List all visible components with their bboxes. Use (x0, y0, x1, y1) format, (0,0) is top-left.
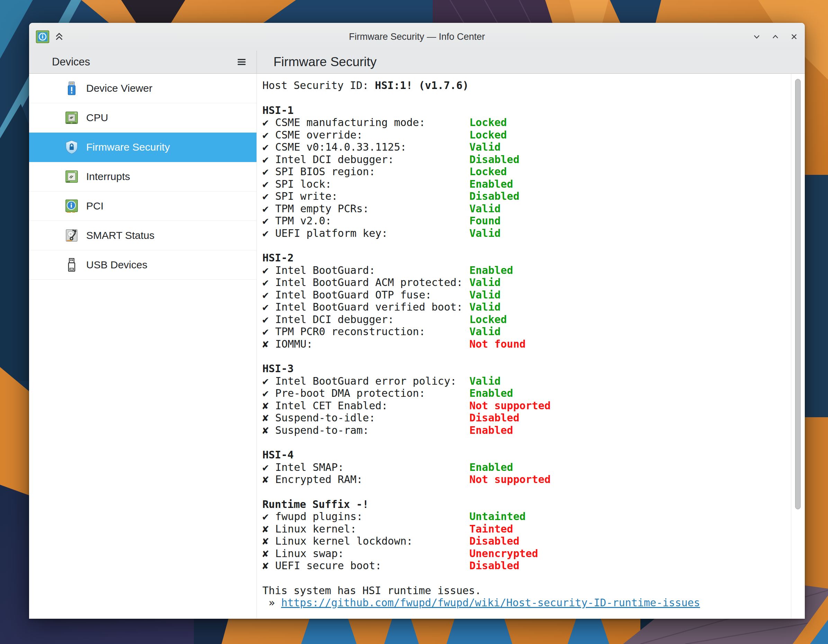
check-mark-icon: ✔ (262, 301, 275, 313)
sidebar-item-label: Firmware Security (86, 141, 170, 153)
attribute-value: Valid (469, 276, 791, 289)
attribute-value: Valid (469, 301, 791, 313)
back-button[interactable] (37, 57, 47, 67)
sidebar-header: Devices (29, 50, 257, 74)
attribute-value: Disabled (469, 559, 791, 572)
info-center-window: Firmware Security — Info Center Devices … (29, 23, 805, 619)
attribute-label: Intel BootGuard: (275, 264, 375, 276)
attribute-label: Intel BootGuard verified boot: (275, 301, 463, 313)
hsi-attribute-row: ✘IOMMU:Not found (262, 338, 791, 350)
hsi-attribute-row: ✔Intel DCI debugger:Locked (262, 313, 791, 326)
sidebar-item-cpu[interactable]: CPU (29, 103, 257, 133)
hsi-attribute-row: ✘UEFI secure boot:Disabled (262, 559, 791, 572)
window-title: Firmware Security — Info Center (29, 31, 805, 42)
minimize-button[interactable] (751, 31, 762, 42)
sidebar-item-label: USB Devices (86, 259, 147, 271)
sidebar-item-device-viewer[interactable]: Device Viewer (29, 74, 257, 103)
section-hsi-2: HSI-2✔Intel BootGuard:Enabled✔Intel Boot… (262, 252, 791, 350)
attribute-label: SPI write: (275, 190, 338, 202)
scrollbar-track[interactable] (791, 74, 805, 618)
page-title: Firmware Security (273, 55, 376, 69)
attribute-label: CSME override: (275, 129, 363, 141)
check-mark-icon: ✔ (262, 313, 275, 326)
attribute-label: Intel BootGuard ACM protected: (275, 276, 463, 288)
titlebar[interactable]: Firmware Security — Info Center (29, 23, 805, 50)
section-title: HSI-3 (262, 363, 791, 375)
cross-mark-icon: ✘ (262, 473, 275, 486)
attribute-label: Linux kernel lockdown: (275, 535, 412, 547)
cross-mark-icon: ✘ (262, 547, 275, 560)
sidebar-item-smart-status[interactable]: SMART Status (29, 221, 257, 250)
attribute-value: Unencrypted (469, 547, 791, 560)
check-mark-icon: ✔ (262, 215, 275, 227)
attribute-label: Intel BootGuard error policy: (275, 375, 456, 387)
attribute-value: Disabled (469, 190, 791, 203)
sidebar-item-firmware-security[interactable]: Firmware Security (29, 133, 257, 162)
check-mark-icon: ✔ (262, 510, 275, 523)
attribute-value: Enabled (469, 461, 791, 474)
attribute-value: Valid (469, 203, 791, 215)
sidebar-item-label: CPU (86, 112, 108, 124)
hsi-attribute-row: ✘Suspend-to-ram:Enabled (262, 424, 791, 437)
attribute-label: SPI BIOS region: (275, 165, 375, 177)
attribute-value: Enabled (469, 424, 791, 437)
pci-icon (63, 198, 80, 214)
attribute-label: UEFI secure boot: (275, 559, 381, 572)
hsi-attribute-row: ✔TPM v2.0:Found (262, 215, 791, 227)
attribute-value: Locked (469, 313, 791, 326)
check-mark-icon: ✔ (262, 461, 275, 474)
hsi-attribute-row: ✔Intel SMAP:Enabled (262, 461, 791, 474)
hsi-attribute-row: ✔UEFI platform key:Valid (262, 227, 791, 240)
attribute-label: CSME manufacturing mode: (275, 116, 425, 129)
attribute-value: Enabled (469, 264, 791, 276)
section-title: HSI-4 (262, 449, 791, 461)
attribute-value: Tainted (469, 523, 791, 535)
attribute-value: Valid (469, 141, 791, 153)
hsi-attribute-row: ✘Linux kernel:Tainted (262, 523, 791, 535)
attribute-value: Valid (469, 325, 791, 338)
attribute-value: Valid (469, 289, 791, 301)
attribute-value: Locked (469, 129, 791, 141)
attribute-label: IOMMU: (275, 338, 312, 350)
hsi-attribute-row: ✔TPM PCR0 reconstruction:Valid (262, 325, 791, 338)
sidebar-item-usb-devices[interactable]: USB Devices (29, 250, 257, 280)
sidebar-item-label: Device Viewer (86, 82, 152, 94)
attribute-label: Intel CET Enabled: (275, 399, 388, 412)
hsi-attribute-row: ✔Intel BootGuard verified boot:Valid (262, 301, 791, 313)
attribute-value: Found (469, 215, 791, 227)
cross-mark-icon: ✘ (262, 559, 275, 572)
attribute-label: Intel BootGuard OTP fuse: (275, 289, 432, 301)
cross-mark-icon: ✘ (262, 412, 275, 424)
sidebar-item-pci[interactable]: PCI (29, 192, 257, 221)
check-mark-icon: ✔ (262, 116, 275, 129)
check-mark-icon: ✔ (262, 227, 275, 240)
check-mark-icon: ✔ (262, 203, 275, 215)
link-bullet: » (269, 597, 275, 609)
attribute-label: TPM empty PCRs: (275, 203, 369, 215)
hsi-attribute-row: ✔CSME override:Locked (262, 129, 791, 141)
attribute-label: Suspend-to-idle: (275, 412, 375, 424)
check-mark-icon: ✔ (262, 190, 275, 203)
attribute-label: TPM PCR0 reconstruction: (275, 325, 425, 338)
maximize-button[interactable] (770, 31, 781, 42)
close-button[interactable] (789, 31, 799, 42)
attribute-label: Intel DCI debugger: (275, 153, 394, 165)
cpu-icon (63, 109, 80, 126)
firmware-security-icon (63, 139, 80, 156)
sidebar-header-title: Devices (52, 56, 90, 68)
hsi-attribute-row: ✘Intel CET Enabled:Not supported (262, 399, 791, 412)
hamburger-menu-button[interactable] (234, 57, 249, 67)
sidebar-item-label: PCI (86, 200, 104, 212)
cross-mark-icon: ✘ (262, 535, 275, 547)
device-viewer-icon (63, 80, 80, 97)
attribute-label: Intel DCI debugger: (275, 313, 394, 325)
hsi-attribute-row: ✔Intel DCI debugger:Disabled (262, 153, 791, 166)
scrollbar-thumb[interactable] (795, 79, 801, 509)
sidebar-item-interrupts[interactable]: Interrupts (29, 162, 257, 192)
hsi-attribute-row: ✔SPI BIOS region:Locked (262, 165, 791, 178)
check-mark-icon: ✔ (262, 387, 275, 399)
attribute-label: Pre-boot DMA protection: (275, 387, 425, 399)
runtime-issues-link[interactable]: https://github.com/fwupd/fwupd/wiki/Host… (281, 597, 700, 609)
attribute-value: Not supported (469, 473, 791, 486)
hsi-attribute-row: ✘Suspend-to-idle:Disabled (262, 412, 791, 424)
